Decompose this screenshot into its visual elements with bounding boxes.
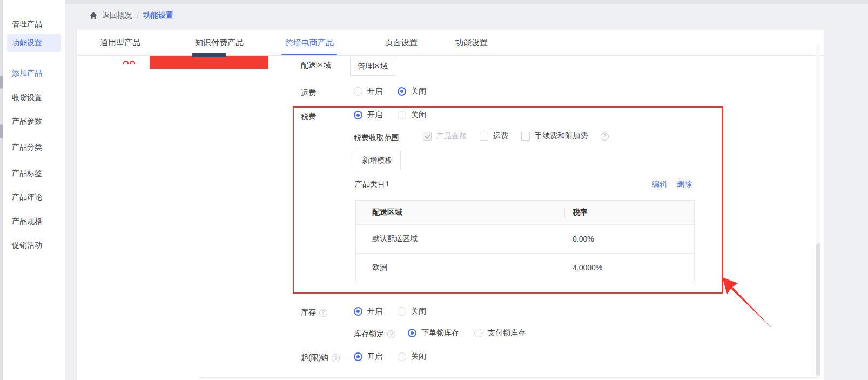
- min-purchase-on-option[interactable]: 开启: [354, 352, 382, 362]
- checkbox-unchecked-icon[interactable]: [480, 132, 488, 141]
- scope-surcharge-option[interactable]: 手续费和附加费: [521, 131, 588, 141]
- tax-scope-label: 税费收取范围: [354, 133, 399, 143]
- sidebar-item-product-specs[interactable]: 产品规格: [3, 215, 65, 228]
- table-cell-rate: 0.00%: [565, 235, 694, 243]
- table-row: 欧洲 4.0000%: [356, 253, 694, 282]
- active-tab-underline: [281, 54, 337, 55]
- sidebar-item-manage-products[interactable]: 管理产品: [3, 17, 65, 30]
- freight-off-option[interactable]: 关闭: [398, 86, 426, 96]
- stock-off-label: 关闭: [411, 306, 426, 316]
- tab-general-products[interactable]: 通用型产品: [100, 30, 140, 55]
- content-card: 通用型产品 知识付费产品 跨境电商产品 页面设置 功能设置 配送区域 管理区域 …: [77, 30, 824, 380]
- tax-on-option[interactable]: 开启: [354, 110, 382, 120]
- category-delete-link[interactable]: 删除: [677, 179, 692, 189]
- checkbox-checked-disabled-icon: [423, 132, 432, 141]
- help-icon[interactable]: ?: [387, 330, 395, 338]
- sidebar-item-product-params[interactable]: 产品参数: [3, 115, 65, 128]
- breadcrumb-current: 功能设置: [143, 11, 173, 21]
- tab-function-settings[interactable]: 功能设置: [455, 30, 488, 55]
- table-row: 默认配送区域 0.00%: [356, 224, 694, 253]
- scrollbar-thumb[interactable]: [816, 243, 820, 376]
- breadcrumb-back-link[interactable]: 返回概况: [102, 11, 132, 21]
- stock-lock-label: 库存锁定: [354, 329, 384, 339]
- freight-off-label: 关闭: [411, 86, 426, 96]
- lock-on-payment-option[interactable]: 支付锁库存: [474, 328, 526, 338]
- sidebar-item-product-reviews[interactable]: 产品评论: [3, 190, 65, 203]
- add-template-button[interactable]: 新增模板: [354, 151, 401, 170]
- breadcrumb-separator: /: [137, 11, 139, 20]
- freight-on-option[interactable]: 开启: [354, 86, 382, 96]
- min-purchase-off-label: 关闭: [411, 352, 426, 362]
- stock-on-label: 开启: [367, 306, 382, 316]
- scope-freight-label: 运费: [493, 131, 508, 141]
- scope-product-amount-label: 产品金额: [436, 131, 467, 141]
- scope-product-amount-option: 产品金额: [423, 131, 467, 141]
- tab-bar: 通用型产品 知识付费产品 跨境电商产品 页面设置 功能设置: [77, 30, 824, 56]
- freight-on-label: 开启: [367, 86, 382, 96]
- tax-rate-table: 配送区域 税率 默认配送区域 0.00% 欧洲 4.0000%: [355, 200, 695, 282]
- table-cell-area: 欧洲: [356, 263, 565, 272]
- table-cell-area: 默认配送区域: [356, 234, 565, 244]
- sidebar-item-function-settings[interactable]: 功能设置: [3, 36, 65, 49]
- radio-unselected-icon[interactable]: [398, 111, 406, 119]
- radio-selected-icon[interactable]: [398, 87, 406, 96]
- red-glyph-fragment: [123, 61, 129, 64]
- lock-on-order-label: 下单锁库存: [421, 328, 459, 338]
- scrolled-text-fragment: [192, 53, 226, 57]
- tax-label: 税费: [301, 112, 316, 122]
- lock-on-payment-label: 支付锁库存: [488, 328, 526, 338]
- shipping-area-label: 配送区域: [301, 61, 331, 70]
- tab-knowledge-products[interactable]: 知识付费产品: [195, 30, 244, 55]
- tax-on-label: 开启: [367, 110, 382, 120]
- freight-label: 运费: [301, 88, 316, 98]
- sidebar-item-add-product[interactable]: 添加产品: [3, 66, 65, 79]
- table-cell-rate: 4.0000%: [565, 263, 694, 272]
- help-icon[interactable]: ?: [319, 309, 327, 317]
- min-limit-purchase-label: 起(限)购: [301, 353, 328, 363]
- radio-unselected-icon[interactable]: [398, 352, 406, 361]
- sidebar-item-product-category[interactable]: 产品分类: [3, 141, 65, 154]
- scope-surcharge-label: 手续费和附加费: [535, 131, 588, 141]
- sidebar-item-product-tags[interactable]: 产品标签: [3, 166, 65, 179]
- table-header-row: 配送区域 税率: [356, 201, 694, 224]
- radio-unselected-icon[interactable]: [398, 307, 406, 316]
- top-strip: [0, 0, 868, 4]
- section-divider: [200, 377, 821, 378]
- radio-selected-icon[interactable]: [354, 352, 362, 361]
- min-purchase-off-option[interactable]: 关闭: [398, 352, 426, 362]
- scrolled-card-fragment: [100, 56, 150, 69]
- sidebar: 管理产品 功能设置 添加产品 收货设置 产品参数 产品分类 产品标签 产品评论 …: [3, 0, 65, 380]
- stock-label: 库存: [301, 308, 316, 317]
- radio-selected-icon[interactable]: [354, 307, 362, 316]
- scope-freight-option[interactable]: 运费: [480, 131, 508, 141]
- stock-on-option[interactable]: 开启: [354, 306, 382, 316]
- table-header-rate: 税率: [565, 208, 694, 217]
- sidebar-item-promotions[interactable]: 促销活动: [3, 238, 65, 251]
- breadcrumb: 返回概况 / 功能设置: [89, 11, 173, 21]
- home-icon[interactable]: [89, 11, 98, 20]
- manage-area-button[interactable]: 管理区域: [350, 57, 395, 76]
- help-icon[interactable]: ?: [332, 354, 340, 362]
- table-header-area: 配送区域: [356, 208, 565, 217]
- radio-unselected-icon[interactable]: [354, 87, 362, 96]
- stock-off-option[interactable]: 关闭: [398, 306, 426, 316]
- radio-unselected-icon[interactable]: [474, 329, 483, 337]
- tax-off-label: 关闭: [411, 110, 426, 120]
- radio-selected-icon[interactable]: [354, 111, 362, 119]
- tax-off-option[interactable]: 关闭: [398, 110, 426, 120]
- checkbox-unchecked-icon[interactable]: [521, 132, 530, 141]
- help-icon[interactable]: ?: [601, 132, 609, 141]
- red-glyph-fragment: [130, 61, 135, 64]
- tab-page-settings[interactable]: 页面设置: [385, 30, 418, 55]
- min-purchase-on-label: 开启: [367, 352, 382, 362]
- lock-on-order-option[interactable]: 下单锁库存: [408, 328, 459, 338]
- tab-crossborder-products[interactable]: 跨境电商产品: [285, 30, 334, 55]
- product-category-title: 产品类目1: [355, 179, 389, 189]
- category-edit-link[interactable]: 编辑: [652, 179, 667, 189]
- radio-selected-icon[interactable]: [408, 329, 416, 337]
- scrolled-red-button-fragment: [150, 56, 268, 69]
- sidebar-item-receiving-settings[interactable]: 收货设置: [3, 91, 65, 104]
